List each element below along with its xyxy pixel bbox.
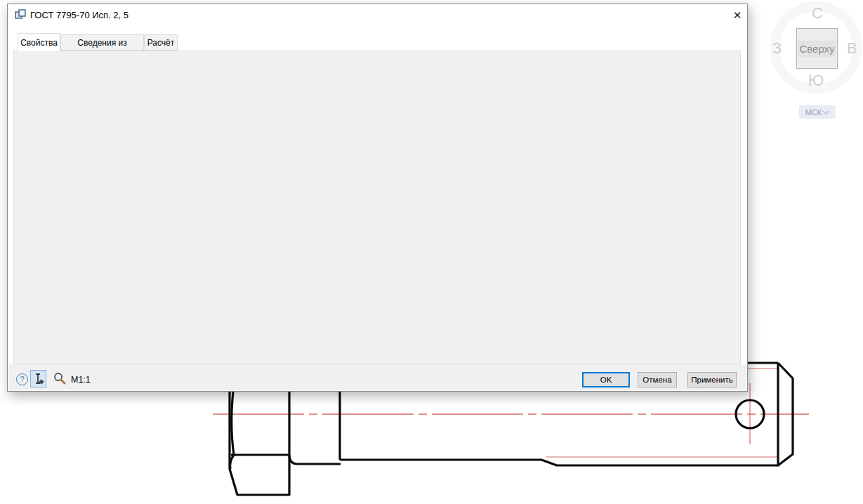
apply-button[interactable]: Применить xyxy=(687,372,737,387)
window-title: ГОСТ 7795-70 Исп. 2, 5 xyxy=(30,10,129,20)
ibeam-cursor-icon xyxy=(33,373,44,385)
chevron-down-icon xyxy=(822,107,829,114)
coordinate-system-dropdown[interactable]: МСК xyxy=(799,105,836,119)
window-icon xyxy=(15,9,26,20)
tab-properties[interactable]: Свойства xyxy=(18,33,60,51)
nav-west-label[interactable]: З xyxy=(772,41,782,56)
scale-label: М1:1 xyxy=(71,375,91,385)
cs-label: МСК xyxy=(805,108,822,117)
help-icon[interactable]: ? xyxy=(16,373,28,385)
nav-north-label[interactable]: С xyxy=(812,6,823,21)
tab-normacs[interactable]: Сведения из NormaCS xyxy=(60,34,144,51)
screen: С В Ю З Сверху МСК ГОСТ 7795-70 Исп. 2, … xyxy=(0,0,863,504)
zoom-icon[interactable] xyxy=(53,371,67,388)
nav-south-label[interactable]: Ю xyxy=(808,73,824,88)
dialog-footer xyxy=(8,364,746,390)
title-bar[interactable]: ГОСТ 7795-70 Исп. 2, 5 ✕ xyxy=(8,4,747,25)
nav-east-label[interactable]: В xyxy=(847,41,857,56)
ok-button[interactable]: OK xyxy=(582,372,630,387)
insert-point-tool-button[interactable] xyxy=(30,370,46,387)
view-cube-face[interactable]: Сверху xyxy=(796,28,838,69)
view-cube-label: Сверху xyxy=(798,41,836,57)
gost-bolt-dialog: ГОСТ 7795-70 Исп. 2, 5 ✕ Свойства Сведен… xyxy=(7,4,748,392)
tab-calc[interactable]: Расчёт xyxy=(144,34,178,51)
tab-page xyxy=(13,51,741,364)
close-icon[interactable]: ✕ xyxy=(730,8,745,22)
cancel-button[interactable]: Отмена xyxy=(638,372,677,387)
